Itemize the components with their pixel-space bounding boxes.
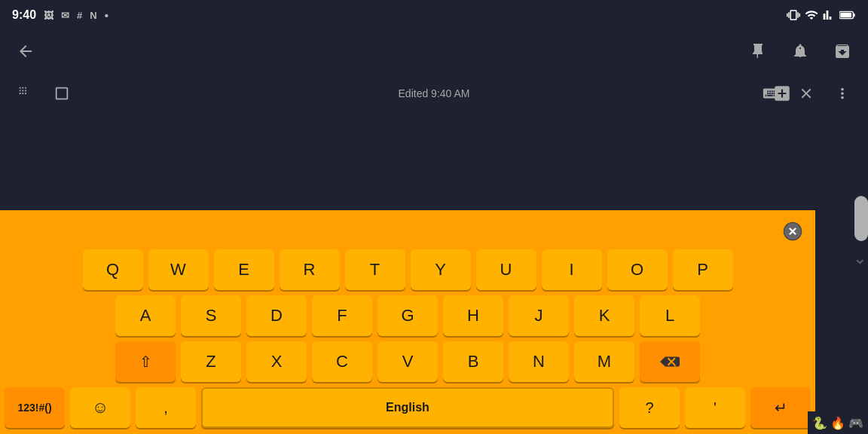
status-bar: 9:40 🖼 ✉ # N • [0, 0, 868, 30]
key-a[interactable]: A [115, 295, 176, 336]
key-h[interactable]: H [443, 295, 503, 336]
grid-view-button[interactable] [12, 80, 39, 107]
keyboard-close-row [5, 216, 811, 249]
status-left: 9:40 🖼 ✉ # N • [12, 8, 108, 22]
svg-rect-1 [840, 13, 851, 17]
secondary-left [12, 80, 75, 107]
vibrate-icon [787, 8, 800, 22]
square-view-button[interactable] [48, 80, 75, 107]
secondary-right [756, 80, 856, 107]
key-w[interactable]: W [148, 249, 209, 290]
emoji-key[interactable]: ☺ [70, 387, 130, 428]
key-j[interactable]: J [509, 295, 569, 336]
keyboard-close-button[interactable] [778, 216, 808, 246]
key-e[interactable]: E [214, 249, 274, 290]
keyboard-row-3: ⇧ Z X C V B N M [5, 341, 811, 382]
keyboard-hide-chevron[interactable]: ⌄ [853, 249, 866, 268]
key-y[interactable]: Y [411, 249, 471, 290]
keyboard-row-4: 123!#() ☺ , English ? ' ↵ [5, 387, 811, 428]
secondary-toolbar: Edited 9:40 AM [0, 72, 868, 115]
key-q[interactable]: Q [83, 249, 143, 290]
scrollbar-handle[interactable] [854, 196, 868, 241]
top-toolbar-right [744, 38, 856, 65]
battery-icon [839, 10, 856, 20]
snake-icon[interactable]: 🐍 [812, 416, 827, 430]
numbers-symbols-key[interactable]: 123!#() [5, 387, 65, 428]
photos-icon: 🖼 [44, 10, 53, 21]
top-toolbar-left [12, 38, 39, 65]
signal-icon [823, 9, 835, 21]
time-display: 9:40 [12, 8, 36, 22]
slack-icon: # [77, 10, 82, 21]
dot-icon: • [105, 9, 108, 22]
top-toolbar [0, 30, 868, 72]
fire-icon[interactable]: 🔥 [830, 416, 845, 430]
add-content-button[interactable] [769, 80, 796, 107]
key-f[interactable]: F [312, 295, 372, 336]
close-button[interactable] [793, 80, 820, 107]
key-r[interactable]: R [280, 249, 340, 290]
pin-button[interactable] [744, 38, 772, 65]
bottom-icon-strip: 🐍 🔥 🎮 [808, 411, 868, 434]
enter-key[interactable]: ↵ [750, 387, 811, 428]
news-icon: N [90, 10, 96, 21]
shift-key[interactable]: ⇧ [115, 341, 176, 382]
wifi-icon [805, 8, 818, 22]
key-l[interactable]: L [640, 295, 700, 336]
key-g[interactable]: G [377, 295, 438, 336]
game-icon[interactable]: 🎮 [848, 416, 863, 430]
archive-button[interactable] [829, 38, 856, 65]
keyboard-row-1: Q W E R T Y U I O P [5, 249, 811, 290]
key-i[interactable]: I [542, 249, 602, 290]
key-u[interactable]: U [476, 249, 536, 290]
key-b[interactable]: B [443, 341, 503, 382]
space-key[interactable]: English [201, 387, 614, 428]
key-m[interactable]: M [574, 341, 634, 382]
question-mark-key[interactable]: ? [619, 387, 680, 428]
comma-key[interactable]: , [136, 387, 196, 428]
key-s[interactable]: S [181, 295, 241, 336]
key-d[interactable]: D [246, 295, 307, 336]
apostrophe-key[interactable]: ' [685, 387, 745, 428]
backspace-key[interactable] [640, 341, 700, 382]
key-x[interactable]: X [246, 341, 307, 382]
key-c[interactable]: C [312, 341, 372, 382]
key-v[interactable]: V [377, 341, 438, 382]
gmail-icon: ✉ [61, 10, 69, 21]
status-right [787, 8, 856, 22]
more-options-button[interactable] [829, 80, 856, 107]
back-button[interactable] [12, 38, 39, 65]
key-p[interactable]: P [673, 249, 733, 290]
key-t[interactable]: T [345, 249, 405, 290]
svg-rect-2 [854, 14, 855, 17]
notification-bell-button[interactable] [787, 38, 814, 65]
key-o[interactable]: O [607, 249, 668, 290]
edit-status: Edited 9:40 AM [399, 87, 470, 99]
key-k[interactable]: K [574, 295, 634, 336]
key-n[interactable]: N [509, 341, 569, 382]
keyboard: Q W E R T Y U I O P A S D F G H J K L ⇧ … [0, 210, 815, 434]
keyboard-row-2: A S D F G H J K L [5, 295, 811, 336]
key-z[interactable]: Z [181, 341, 241, 382]
